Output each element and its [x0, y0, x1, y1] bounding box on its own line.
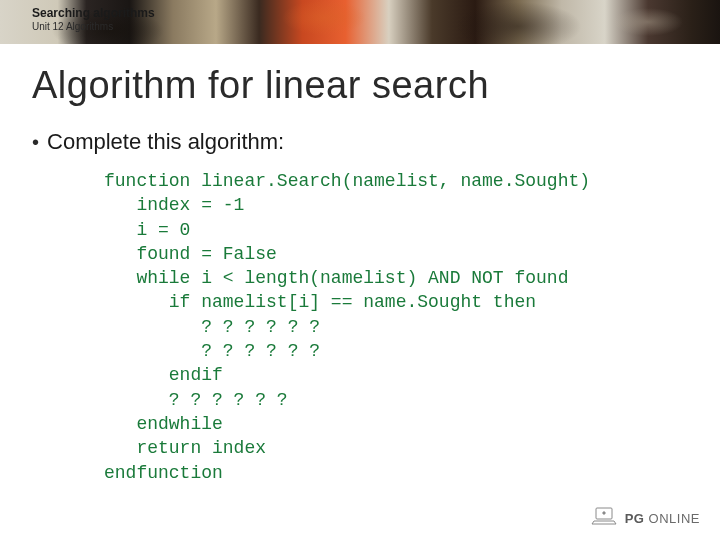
footer-text: PG ONLINE: [625, 511, 700, 526]
slide-heading: Algorithm for linear search: [32, 64, 688, 107]
banner-title: Searching algorithms: [32, 6, 155, 20]
bullet-item: • Complete this algorithm:: [32, 129, 688, 155]
footer-brand-light: ONLINE: [649, 511, 700, 526]
code-block: function linear.Search(namelist, name.So…: [104, 169, 688, 485]
banner-subtitle: Unit 12 Algorithms: [32, 21, 155, 32]
banner-text-block: Searching algorithms Unit 12 Algorithms: [32, 6, 155, 32]
footer-brand: PG ONLINE: [591, 506, 700, 530]
slide-content: Algorithm for linear search • Complete t…: [0, 44, 720, 485]
svg-point-1: [602, 512, 604, 514]
header-banner: Searching algorithms Unit 12 Algorithms: [0, 0, 720, 44]
bullet-text: Complete this algorithm:: [47, 129, 284, 155]
laptop-icon: [591, 506, 617, 530]
bullet-marker: •: [32, 132, 39, 152]
footer-brand-bold: PG: [625, 511, 645, 526]
